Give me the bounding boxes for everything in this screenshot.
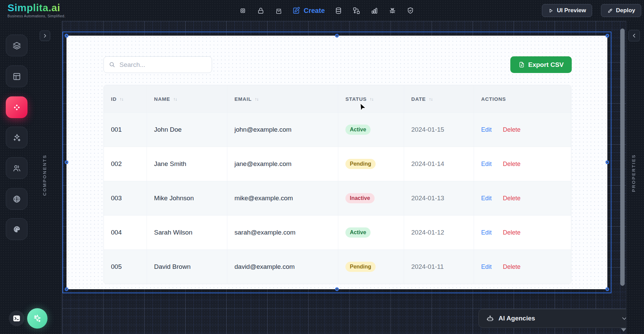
delete-link[interactable]: Delete xyxy=(503,195,520,202)
edit-icon xyxy=(292,6,300,15)
collapse-panel-button[interactable] xyxy=(628,30,640,41)
ui-preview-button[interactable]: UI Preview xyxy=(542,4,592,17)
cell-actions: EditDelete xyxy=(474,250,571,284)
cell-status: Active xyxy=(338,113,404,147)
sort-icon[interactable]: ↑↓ xyxy=(120,96,124,101)
top-header: Simplita.ai Business Automations, Simpli… xyxy=(0,0,644,21)
edit-link[interactable]: Edit xyxy=(481,161,492,168)
sidebar-item-users[interactable] xyxy=(6,157,27,179)
cpu-icon[interactable] xyxy=(238,6,247,15)
status-badge: Inactive xyxy=(345,193,375,203)
selection-handle-nw[interactable] xyxy=(65,34,69,38)
canvas-vertical-scrollbar[interactable] xyxy=(620,29,625,286)
selection-handle-s[interactable] xyxy=(335,287,339,291)
properties-sidebar: PROPERTIES xyxy=(626,21,644,334)
layers-icon xyxy=(12,41,21,50)
cell-status: Active xyxy=(338,216,404,249)
table-header-row: ID↑↓ NAME↑↓ EMAIL↑↓ STATUS↑↓ DATE↑↓ ACTI… xyxy=(104,85,571,112)
cell-actions: EditDelete xyxy=(474,216,571,249)
cell-id: 005 xyxy=(104,250,147,284)
layout-icon xyxy=(12,72,21,81)
column-header-name[interactable]: NAME↑↓ xyxy=(147,85,227,112)
edit-link[interactable]: Edit xyxy=(481,195,492,202)
selection-handle-w[interactable] xyxy=(65,161,69,164)
cell-name: Mike Johnson xyxy=(147,181,227,215)
status-badge: Pending xyxy=(345,159,376,169)
column-header-actions: ACTIONS xyxy=(474,85,571,112)
status-badge: Pending xyxy=(345,262,376,272)
app-logo: Simplita.ai xyxy=(7,2,65,14)
scrollbar-down-arrow[interactable] xyxy=(621,328,626,332)
table-row: 003 Mike Johnson mike@example.com Inacti… xyxy=(104,181,571,215)
deploy-button[interactable]: Deploy xyxy=(601,4,641,17)
cell-actions: EditDelete xyxy=(474,147,571,181)
selected-table-component[interactable]: Export CSV ID↑↓ NAME↑↓ EMAIL↑↓ STATUS↑↓ … xyxy=(67,36,607,289)
cell-date: 2024-01-14 xyxy=(404,147,474,181)
cell-date: 2024-01-11 xyxy=(404,250,474,284)
sort-icon[interactable]: ↑↓ xyxy=(173,96,177,101)
cell-name: David Brown xyxy=(147,250,227,284)
selection-handle-ne[interactable] xyxy=(606,34,609,38)
sidebar-item-theme[interactable] xyxy=(6,218,27,240)
delete-link[interactable]: Delete xyxy=(503,161,520,168)
ai-assistant-button[interactable] xyxy=(27,308,48,329)
table-body: 001 John Doe john@example.com Active 202… xyxy=(104,112,571,284)
edit-link[interactable]: Edit xyxy=(481,263,492,271)
column-header-date[interactable]: DATE↑↓ xyxy=(404,85,474,112)
terminal-button[interactable] xyxy=(9,311,24,326)
delete-link[interactable]: Delete xyxy=(503,263,520,271)
table-row: 002 Jane Smith jane@example.com Pending … xyxy=(104,147,571,181)
status-badge: Active xyxy=(345,227,371,238)
sidebar-item-layout[interactable] xyxy=(6,66,27,87)
shield-check-icon[interactable] xyxy=(406,6,415,15)
selection-handle-n[interactable] xyxy=(335,34,339,38)
chevron-right-icon xyxy=(42,33,48,38)
column-header-email[interactable]: EMAIL↑↓ xyxy=(227,85,338,112)
workflow-icon[interactable] xyxy=(352,6,361,15)
cell-name: John Doe xyxy=(147,113,227,147)
export-csv-button[interactable]: Export CSV xyxy=(510,56,572,73)
export-csv-label: Export CSV xyxy=(528,61,564,69)
column-header-status[interactable]: STATUS↑↓ xyxy=(338,85,404,112)
cell-id: 004 xyxy=(104,216,147,249)
ui-preview-label: UI Preview xyxy=(557,7,586,14)
search-input[interactable] xyxy=(119,61,207,69)
sort-icon[interactable]: ↑↓ xyxy=(255,96,259,101)
expand-panel-button[interactable] xyxy=(40,31,50,41)
selection-handle-sw[interactable] xyxy=(65,287,69,291)
sort-icon[interactable]: ↑↓ xyxy=(370,96,374,101)
create-button[interactable]: Create xyxy=(292,6,325,15)
delete-link[interactable]: Delete xyxy=(503,126,520,133)
sidebar-item-web[interactable] xyxy=(6,188,27,210)
design-canvas[interactable]: Export CSV ID↑↓ NAME↑↓ EMAIL↑↓ STATUS↑↓ … xyxy=(62,21,626,334)
play-icon xyxy=(548,8,554,14)
table-row: 004 Sarah Wilson sarah@example.com Activ… xyxy=(104,215,571,249)
file-plus-icon xyxy=(518,61,525,68)
create-label: Create xyxy=(304,7,325,15)
sidebar-item-layers[interactable] xyxy=(6,35,27,56)
cell-id: 002 xyxy=(104,147,147,181)
table-row: 001 John Doe john@example.com Active 202… xyxy=(104,112,571,147)
robot-icon xyxy=(486,315,494,322)
bug-icon[interactable] xyxy=(388,6,397,15)
lock-icon[interactable] xyxy=(256,6,265,15)
header-actions: UI Preview Deploy xyxy=(542,4,641,17)
cell-status: Pending xyxy=(338,147,404,181)
center-toolbar: Create xyxy=(238,0,415,21)
selection-handle-e[interactable] xyxy=(606,161,609,164)
selection-handle-se[interactable] xyxy=(606,287,609,291)
database-icon[interactable] xyxy=(334,6,343,15)
sidebar-item-ai-effects[interactable] xyxy=(6,127,27,148)
search-icon xyxy=(109,61,116,68)
bar-chart-icon[interactable] xyxy=(370,6,379,15)
column-header-id[interactable]: ID↑↓ xyxy=(104,85,147,112)
cell-email: sarah@example.com xyxy=(227,216,338,249)
delete-link[interactable]: Delete xyxy=(503,229,520,236)
cell-name: Sarah Wilson xyxy=(147,216,227,249)
edit-link[interactable]: Edit xyxy=(481,229,492,236)
shopping-bag-icon[interactable] xyxy=(274,6,283,15)
sidebar-item-components[interactable] xyxy=(6,96,27,118)
edit-link[interactable]: Edit xyxy=(481,126,492,133)
sort-icon[interactable]: ↑↓ xyxy=(429,96,433,101)
agency-selector[interactable]: AI Agencies xyxy=(478,309,635,328)
